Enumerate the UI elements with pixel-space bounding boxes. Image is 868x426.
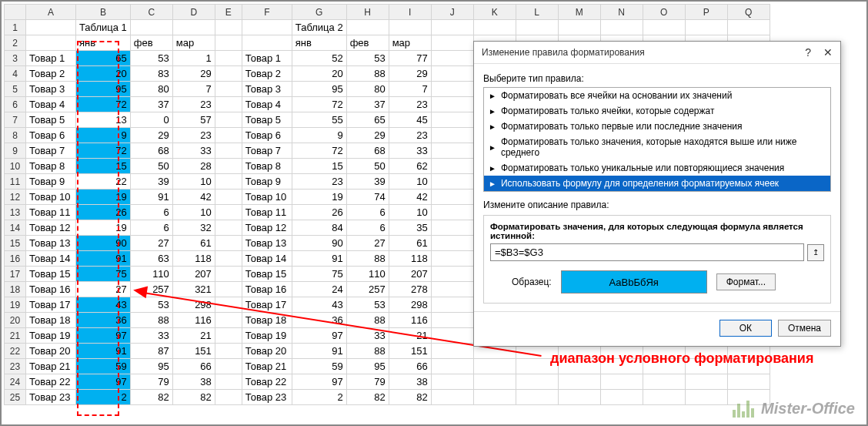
col-header[interactable]: D: [172, 5, 215, 20]
cell[interactable]: Товар 7: [242, 143, 292, 159]
cell[interactable]: Товар 21: [26, 359, 76, 374]
cell[interactable]: 53: [346, 51, 389, 66]
cell[interactable]: янв: [76, 35, 131, 51]
rule-type-option[interactable]: ►Форматировать только первые или последн…: [484, 119, 830, 134]
cancel-button[interactable]: Отмена: [778, 320, 831, 337]
cell[interactable]: 21: [389, 328, 431, 344]
cell[interactable]: Товар 6: [242, 128, 292, 143]
cell[interactable]: 38: [172, 374, 215, 390]
cell[interactable]: 29: [389, 66, 431, 82]
cell[interactable]: 23: [172, 128, 215, 143]
format-button[interactable]: Формат...: [716, 273, 776, 290]
cell[interactable]: Товар 11: [26, 205, 76, 220]
cell[interactable]: Товар 16: [26, 282, 76, 297]
cell[interactable]: 118: [389, 251, 431, 267]
cell[interactable]: 29: [172, 66, 215, 82]
cell[interactable]: 57: [172, 112, 215, 128]
cell[interactable]: Товар 13: [26, 236, 76, 251]
cell[interactable]: Товар 21: [242, 359, 292, 374]
cell[interactable]: 23: [292, 174, 346, 190]
cell[interactable]: 20: [76, 66, 131, 82]
cell[interactable]: Товар 23: [242, 390, 292, 405]
cell[interactable]: 33: [389, 143, 431, 159]
cell[interactable]: Товар 5: [26, 112, 76, 128]
cell[interactable]: 19: [76, 190, 131, 205]
cell[interactable]: 90: [76, 236, 131, 251]
cell[interactable]: 38: [389, 374, 431, 390]
cell[interactable]: 37: [130, 97, 172, 112]
col-header[interactable]: L: [516, 5, 558, 20]
row-header[interactable]: 20: [5, 313, 26, 328]
cell[interactable]: Товар 19: [242, 328, 292, 344]
cell[interactable]: 298: [389, 297, 431, 313]
cell[interactable]: 62: [389, 159, 431, 174]
row-header[interactable]: 18: [5, 282, 26, 297]
cell[interactable]: Товар 2: [242, 66, 292, 82]
cell[interactable]: 72: [76, 143, 131, 159]
cell[interactable]: Товар 10: [26, 190, 76, 205]
cell[interactable]: Товар 15: [242, 267, 292, 282]
cell[interactable]: 97: [76, 328, 131, 344]
cell[interactable]: 88: [346, 344, 389, 359]
cell[interactable]: 7: [172, 82, 215, 97]
cell[interactable]: 26: [76, 205, 131, 220]
cell[interactable]: 82: [389, 390, 431, 405]
cell[interactable]: 23: [389, 97, 431, 112]
cell[interactable]: 82: [130, 390, 172, 405]
cell[interactable]: 88: [346, 66, 389, 82]
row-header[interactable]: 14: [5, 220, 26, 236]
cell[interactable]: 116: [172, 313, 215, 328]
row-header[interactable]: 25: [5, 390, 26, 405]
cell[interactable]: 91: [130, 190, 172, 205]
cell[interactable]: 91: [76, 251, 131, 267]
cell[interactable]: 37: [346, 97, 389, 112]
cell[interactable]: 88: [346, 313, 389, 328]
cell[interactable]: 65: [346, 112, 389, 128]
cell[interactable]: Товар 17: [242, 297, 292, 313]
table-row[interactable]: 25Товар 2328282Товар 2328282: [5, 390, 770, 405]
cell[interactable]: 79: [130, 374, 172, 390]
cell[interactable]: 27: [346, 236, 389, 251]
cell[interactable]: 27: [76, 282, 131, 297]
cell[interactable]: 88: [346, 251, 389, 267]
cell[interactable]: Товар 10: [242, 190, 292, 205]
cell[interactable]: Товар 12: [242, 220, 292, 236]
cell[interactable]: 29: [346, 128, 389, 143]
table-row[interactable]: 23Товар 21599566Товар 21599566: [5, 359, 770, 374]
cell[interactable]: 97: [76, 374, 131, 390]
cell[interactable]: 6: [346, 205, 389, 220]
cell[interactable]: 95: [130, 359, 172, 374]
cell[interactable]: 77: [389, 51, 431, 66]
row-header[interactable]: 22: [5, 344, 26, 359]
cell[interactable]: 90: [292, 236, 346, 251]
cell[interactable]: 27: [130, 236, 172, 251]
cell[interactable]: 15: [76, 159, 131, 174]
row-header[interactable]: 4: [5, 66, 26, 82]
cell[interactable]: Товар 1: [26, 51, 76, 66]
cell[interactable]: 53: [130, 51, 172, 66]
cell[interactable]: 80: [346, 82, 389, 97]
cell[interactable]: 23: [172, 97, 215, 112]
row-header[interactable]: 13: [5, 205, 26, 220]
cell[interactable]: 42: [172, 190, 215, 205]
cell[interactable]: 7: [389, 82, 431, 97]
cell[interactable]: 95: [346, 359, 389, 374]
cell[interactable]: 55: [292, 112, 346, 128]
cell[interactable]: 2: [76, 390, 131, 405]
cell[interactable]: Товар 4: [242, 97, 292, 112]
cell[interactable]: 35: [389, 220, 431, 236]
cell[interactable]: 20: [292, 66, 346, 82]
row-header[interactable]: 6: [5, 97, 26, 112]
cell[interactable]: 75: [76, 267, 131, 282]
cell[interactable]: фев: [130, 35, 172, 51]
cell[interactable]: 97: [292, 374, 346, 390]
row-header[interactable]: 17: [5, 267, 26, 282]
rule-type-option[interactable]: ►Форматировать только ячейки, которые со…: [484, 103, 830, 119]
cell[interactable]: Товар 15: [26, 267, 76, 282]
col-header[interactable]: P: [685, 5, 727, 20]
cell[interactable]: 21: [172, 328, 215, 344]
cell[interactable]: 72: [292, 143, 346, 159]
row-header[interactable]: 10: [5, 159, 26, 174]
cell[interactable]: 6: [130, 220, 172, 236]
cell[interactable]: 10: [172, 205, 215, 220]
